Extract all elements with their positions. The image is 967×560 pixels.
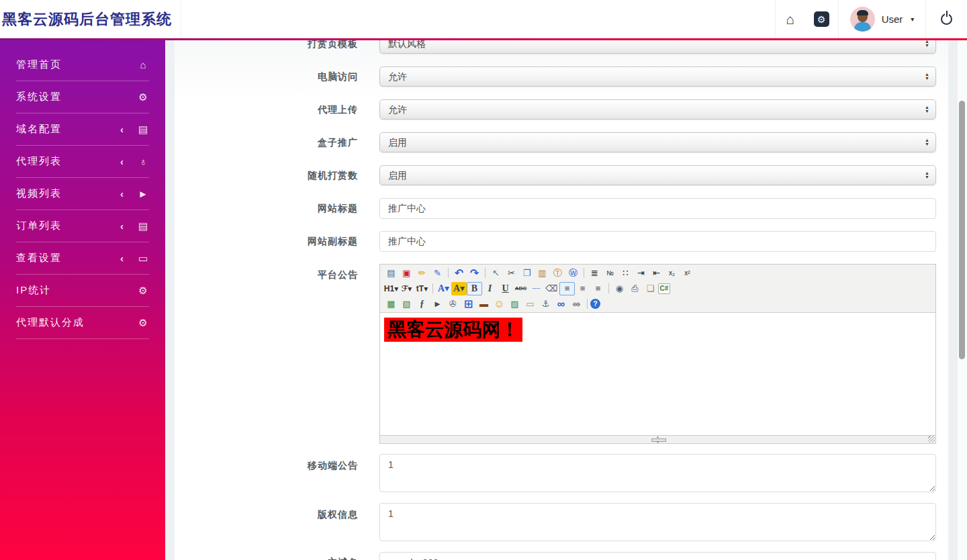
select-spinner-icon: ▲▼ [925, 40, 929, 48]
batch-image-icon[interactable]: ▧ [399, 297, 414, 311]
underline-button[interactable]: U [498, 282, 513, 295]
form-row-copyright: 版权信息 1 [165, 503, 948, 544]
site-title-input[interactable] [379, 198, 936, 219]
scrollbar-thumb[interactable] [959, 101, 965, 359]
main-domain-input[interactable] [379, 552, 936, 560]
field-label: 盒子推广 [165, 132, 358, 152]
field-label: 随机打赏数 [165, 165, 358, 185]
agent-upload-select[interactable]: 允许 ▲▼ [379, 99, 936, 120]
gear-icon: ⚙ [137, 285, 149, 297]
font-size-dropdown[interactable]: tT▾ [414, 282, 430, 295]
table-icon[interactable]: ⊞ [461, 297, 476, 311]
sidebar-item-agent-list[interactable]: 代理列表 ‹ ♁ [16, 146, 149, 178]
sidebar-item-label: 管理首页 [16, 58, 120, 71]
align-left-button[interactable]: ≡ [559, 282, 575, 295]
sidebar-item-agent-default-share[interactable]: 代理默认分成 ‹ ⚙ [16, 307, 149, 339]
main-content: 打赏页模板 默认风格 ▲▼ 电脑访问 允许 ▲▼ 代理上传 允许 ▲▼ [165, 40, 948, 560]
print-icon[interactable]: ⎙ [627, 282, 643, 295]
preview-icon[interactable]: ◉ [612, 282, 627, 295]
code-icon[interactable]: C# [658, 283, 670, 294]
home-button[interactable]: ⌂ [775, 0, 804, 38]
cut-icon[interactable]: ✂ [504, 267, 519, 280]
sidebar-item-order-list[interactable]: 订单列表 ‹ ▤ [16, 210, 149, 242]
italic-button[interactable]: I [482, 282, 498, 295]
paste-word-icon[interactable]: Ⓦ [565, 267, 581, 280]
media-icon[interactable]: ► [430, 297, 445, 311]
text-color-dropdown[interactable]: A▾ [436, 282, 451, 295]
subscript-icon[interactable]: x₂ [664, 267, 680, 280]
help-icon[interactable]: ? [590, 299, 600, 309]
sidebar-item-video-list[interactable]: 视频列表 ‹ ► [16, 178, 149, 210]
image-map-icon[interactable]: ▨ [507, 297, 522, 311]
field-label: 平台公告 [165, 264, 358, 281]
outdent-icon[interactable]: ⇤ [649, 267, 664, 280]
mobile-notice-textarea[interactable]: 1 [379, 454, 936, 492]
flash-icon[interactable]: ƒ [414, 297, 430, 311]
link-icon[interactable]: ∞ [553, 297, 569, 311]
ordered-list-icon[interactable]: № [602, 267, 618, 280]
sidebar-item-label: 订单列表 [16, 220, 120, 232]
form-row-agent-upload: 代理上传 允许 ▲▼ [165, 99, 948, 120]
sidebar-item-system-settings[interactable]: 系统设置 ‹ ⚙ [16, 81, 149, 113]
copyright-textarea[interactable]: 1 [379, 503, 936, 541]
form-row-main-domain: 主域名 [165, 552, 948, 560]
clipboard-icon: ▤ [137, 220, 149, 232]
formatting-marks-icon[interactable]: ┄┄ [528, 282, 544, 295]
undo-icon[interactable]: ↶ [451, 267, 467, 280]
sidebar-item-dashboard[interactable]: 管理首页 ‹ ⌂ [16, 49, 149, 81]
redo-icon[interactable]: ↷ [467, 267, 482, 280]
template-select[interactable]: 默认风格 ▲▼ [379, 40, 936, 54]
copy-icon[interactable]: ❐ [519, 267, 535, 280]
field-label: 网站副标题 [165, 231, 358, 252]
header-accent-rule [0, 38, 967, 40]
align-center-button[interactable]: ≡ [575, 282, 590, 295]
sidebar-item-domain-config[interactable]: 域名配置 ‹ ▤ [16, 113, 149, 146]
paste-icon[interactable]: ▥ [535, 267, 550, 280]
bold-button[interactable]: B [467, 282, 482, 295]
anchor-icon[interactable]: ⚓ [538, 297, 553, 311]
font-family-dropdown[interactable]: ℱ▾ [399, 282, 414, 295]
align-right-button[interactable]: ≡ [590, 282, 606, 295]
settings-button[interactable]: ⚙ [804, 0, 838, 38]
justify-icon[interactable]: ≣ [587, 267, 602, 280]
indent-icon[interactable]: ⇥ [633, 267, 649, 280]
page-break-icon[interactable]: ▭ [522, 297, 538, 311]
unordered-list-icon[interactable]: ∷ [618, 267, 633, 280]
random-reward-select[interactable]: 启用 ▲▼ [379, 165, 936, 185]
site-subtitle-input[interactable] [379, 231, 936, 252]
emoticon-icon[interactable]: ☺ [492, 297, 507, 311]
paste-text-icon[interactable]: Ⓣ [550, 267, 565, 280]
logout-button[interactable] [925, 0, 967, 38]
editor-resize-handle[interactable] [649, 436, 667, 443]
highlight-color-dropdown[interactable]: A▾ [451, 282, 467, 295]
superscript-icon[interactable]: x² [680, 267, 695, 280]
heading-dropdown[interactable]: H1▾ [383, 282, 399, 295]
editor-content[interactable]: 黑客云源码网！ [380, 313, 935, 435]
remove-format-icon[interactable]: ⌫ [544, 282, 559, 295]
insert-hr-icon[interactable]: ▬ [476, 297, 492, 311]
gear-icon: ⚙ [137, 91, 149, 103]
insert-template-icon[interactable]: ❏ [643, 282, 658, 295]
quick-format-icon[interactable]: ✎ [430, 267, 445, 280]
insert-image-icon[interactable]: ▦ [383, 297, 399, 311]
fullscreen-icon[interactable]: ▣ [399, 267, 414, 280]
sidebar-item-ip-stats[interactable]: IP统计 ‹ ⚙ [16, 275, 149, 307]
toolbar-row-1: ▤▣✏✎↶↷↖✂❐▥ⓉⓌ≣№∷⇥⇤x₂x² [383, 265, 932, 281]
user-menu[interactable]: User ▾ [838, 0, 925, 38]
form-row-template: 打赏页模板 默认风格 ▲▼ [165, 40, 948, 54]
attachment-icon[interactable]: ✇ [445, 297, 461, 311]
header-actions: ⌂ ⚙ User ▾ [775, 0, 967, 38]
format-brush-icon[interactable]: ✏ [414, 267, 430, 280]
sidebar-item-view-settings[interactable]: 查看设置 ‹ ▭ [16, 242, 149, 275]
source-code-icon[interactable]: ▤ [383, 267, 399, 280]
toolbar-separator [448, 268, 449, 278]
strikethrough-button[interactable]: ABC [513, 282, 528, 295]
content-right-gutter [948, 40, 958, 560]
select-spinner-icon: ▲▼ [925, 138, 929, 146]
box-promo-select[interactable]: 启用 ▲▼ [379, 132, 936, 152]
chevron-down-icon: ▾ [911, 15, 914, 23]
select-all-icon[interactable]: ↖ [488, 267, 504, 280]
pc-access-select[interactable]: 允许 ▲▼ [379, 66, 936, 87]
unlink-icon[interactable]: ∞ [569, 297, 584, 311]
editor-resize-grip[interactable] [928, 436, 935, 442]
